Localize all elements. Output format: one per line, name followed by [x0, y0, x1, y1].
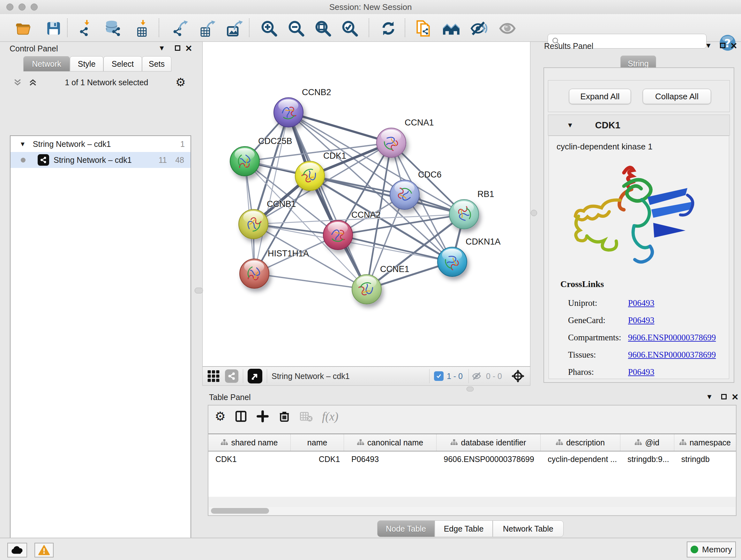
network-node-CCNA2[interactable] [323, 220, 353, 250]
network-node-CCNB1[interactable] [239, 209, 268, 239]
scrollbar-thumb[interactable] [211, 508, 269, 514]
tab-edge-table[interactable]: Edge Table [434, 520, 493, 537]
network-edge[interactable] [288, 112, 391, 143]
results-panel-float-icon[interactable] [720, 43, 725, 48]
column-header-name[interactable]: name [291, 434, 344, 451]
results-panel-menu-caret[interactable]: ▼ [705, 42, 712, 50]
cell-description: cyclin-dependent ... [541, 451, 620, 467]
network-node-CDC25B[interactable] [230, 146, 260, 176]
column-header-database-identifier[interactable]: database identifier [436, 434, 541, 451]
network-node-CDK1[interactable] [295, 161, 325, 191]
tab-sets[interactable]: Sets [142, 56, 172, 71]
hide-graphics-details-button[interactable] [468, 18, 489, 39]
zoom-in-button[interactable] [259, 18, 279, 39]
network-row-selected[interactable]: String Network – cdk1 11 48 [10, 152, 191, 168]
table-panel-float-icon[interactable] [721, 394, 727, 399]
table-panel-menu-caret[interactable]: ▼ [706, 393, 713, 401]
left-split-grip[interactable] [195, 288, 203, 294]
cytoscape-window: Session: New Session [0, 0, 741, 560]
new-network-from-selection-button[interactable] [413, 18, 433, 39]
collection-expand-caret[interactable]: ▼ [19, 140, 26, 148]
open-session-button[interactable] [13, 18, 33, 39]
first-neighbors-houses-icon [442, 19, 460, 37]
table-horizontal-scrollbar[interactable] [209, 507, 735, 515]
export-network-button[interactable] [170, 18, 190, 39]
import-table-button[interactable] [132, 18, 153, 39]
tab-style[interactable]: Style [70, 56, 104, 71]
table-settings-gear-icon[interactable]: ⚙ [215, 409, 226, 423]
network-edge[interactable] [338, 235, 452, 262]
tab-network-table[interactable]: Network Table [493, 520, 563, 537]
network-node-CDC6[interactable] [390, 180, 420, 210]
warnings-button[interactable] [35, 543, 54, 557]
grid-mode-icon[interactable] [207, 370, 220, 382]
expand-all-tree-icon[interactable] [28, 78, 38, 87]
open-folder-icon [15, 20, 31, 37]
network-panel-gear-icon[interactable]: ⚙ [176, 76, 186, 89]
crosslink-value-link[interactable]: 9606.ENSP00000378699 [628, 333, 716, 342]
network-edge[interactable] [288, 112, 367, 289]
import-database-icon [105, 20, 122, 37]
network-collection-row[interactable]: ▼ String Network – cdk1 1 [10, 136, 191, 152]
selected-nodes-checkbox[interactable] [434, 371, 444, 381]
tab-select[interactable]: Select [104, 56, 142, 71]
network-node-CCNB2[interactable] [273, 98, 304, 127]
fit-selected-crosshair-icon[interactable] [511, 369, 525, 383]
birdseye-view-toggle[interactable] [248, 369, 262, 383]
control-panel-float-icon[interactable] [175, 45, 180, 51]
network-overview-button[interactable] [497, 18, 518, 39]
network-edge[interactable] [254, 273, 367, 289]
cloud-icon [11, 545, 23, 555]
results-panel-close-icon[interactable]: ✕ [730, 42, 738, 51]
table-panel-close-icon[interactable]: ✕ [731, 393, 739, 401]
column-header-canonical-name[interactable]: canonical name [344, 434, 436, 451]
save-session-button[interactable] [44, 18, 64, 39]
network-node-CCNE1[interactable] [352, 274, 382, 304]
network-node-CCNA1[interactable] [376, 128, 406, 158]
column-header-id[interactable]: @id [620, 434, 674, 451]
gene-description: cyclin-dependent kinase 1 [556, 142, 653, 152]
zoom-fit-icon [314, 20, 332, 37]
column-header-description[interactable]: description [541, 434, 620, 451]
crosslink-value-link[interactable]: 9606.ENSP00000378699 [628, 350, 716, 360]
first-neighbors-button[interactable] [441, 18, 461, 39]
apply-layout-button[interactable] [378, 18, 399, 39]
crosslink-value-link[interactable]: P06493 [628, 315, 655, 325]
control-panel-close-icon[interactable]: ✕ [185, 44, 192, 53]
export-table-button[interactable] [197, 18, 218, 39]
network-view-mode-icon[interactable] [225, 369, 239, 383]
cloud-status-button[interactable] [7, 543, 27, 557]
node-table[interactable]: shared name name canonical name database… [208, 434, 736, 497]
show-columns-icon[interactable] [234, 410, 247, 423]
import-network-file-button[interactable] [76, 18, 97, 39]
memory-indicator[interactable]: Memory [687, 542, 736, 557]
expand-all-button[interactable]: Expand All [569, 89, 631, 104]
network-canvas[interactable]: CCNB2CCNA1CDC25BCDK1CDC6RB1CCNB1CCNA2CDK… [202, 42, 530, 367]
gene-section-caret[interactable]: ▼ [567, 121, 574, 129]
save-floppy-icon [46, 20, 62, 37]
network-node-CDKN1A[interactable] [437, 247, 467, 277]
crosslink-value-link[interactable]: P06493 [628, 298, 655, 308]
control-panel-menu-caret[interactable]: ▼ [158, 44, 165, 52]
cell-name: CDK1 [291, 451, 344, 467]
collapse-all-button[interactable]: Collapse All [643, 89, 711, 104]
tab-node-table[interactable]: Node Table [377, 520, 434, 537]
column-header-namespace[interactable]: namespace [674, 434, 736, 451]
add-column-plus-icon[interactable] [256, 410, 269, 423]
zoom-out-button[interactable] [286, 18, 307, 39]
zoom-selected-icon [341, 20, 358, 37]
collapse-all-tree-icon[interactable] [13, 78, 22, 87]
delete-column-trash-icon[interactable] [278, 410, 291, 423]
import-network-database-button[interactable] [103, 18, 123, 39]
zoom-out-icon [287, 20, 305, 37]
network-node-HIST1H1A[interactable] [239, 259, 269, 289]
crosslink-value-link[interactable]: P06493 [628, 367, 655, 377]
table-row[interactable]: CDK1 CDK1 P06493 9606.ENSP00000378699 cy… [208, 451, 736, 467]
zoom-fit-button[interactable] [313, 18, 333, 39]
column-header-shared-name[interactable]: shared name [208, 434, 291, 451]
gene-section-header[interactable]: ▼ CDK1 [548, 115, 730, 136]
zoom-selected-button[interactable] [340, 18, 360, 39]
export-image-button[interactable] [225, 18, 245, 39]
tab-network[interactable]: Network [23, 56, 70, 71]
network-node-RB1[interactable] [449, 199, 479, 229]
